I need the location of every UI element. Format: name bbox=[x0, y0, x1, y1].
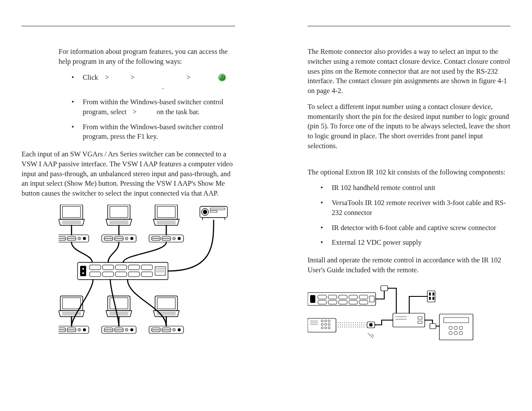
page-spread: For information about program features, … bbox=[0, 0, 532, 411]
taskbar-text-b: on the task bar. bbox=[157, 108, 200, 116]
path-terminator: . bbox=[162, 83, 164, 91]
gt-2: > bbox=[131, 73, 135, 81]
svg-rect-61 bbox=[439, 314, 473, 340]
svg-rect-56 bbox=[393, 313, 425, 327]
ir-list-item: IR 102 handheld remote control unit bbox=[320, 183, 510, 193]
ir-components-list: IR 102 handheld remote control unit Vers… bbox=[308, 183, 510, 248]
ir-list-item: IR detector with 6-foot cable and captiv… bbox=[320, 223, 510, 233]
svg-rect-87 bbox=[381, 286, 388, 291]
svg-rect-55 bbox=[432, 297, 434, 300]
svg-rect-52 bbox=[429, 293, 431, 296]
ir-list-item: External 12 VDC power supply bbox=[320, 238, 510, 248]
ir-intro-text: The optional Extron IR 102 kit consists … bbox=[308, 168, 510, 177]
page-rule bbox=[22, 26, 235, 26]
svg-rect-51 bbox=[427, 291, 435, 302]
vsw-paragraph: Each input of an SW VGArs / Ars Series s… bbox=[22, 149, 235, 199]
ir-outro-text: Install and operate the remote control i… bbox=[308, 255, 510, 275]
svg-rect-88 bbox=[430, 324, 436, 329]
svg-rect-54 bbox=[429, 297, 431, 300]
svg-rect-39 bbox=[310, 295, 315, 303]
input-select-paragraph: To select a different input number using… bbox=[308, 102, 510, 151]
right-page: The Remote connector also provides a way… bbox=[271, 0, 532, 411]
help-list-item-click-path: Click > > > . bbox=[72, 73, 235, 93]
gt-1: > bbox=[105, 73, 109, 81]
svg-rect-53 bbox=[432, 293, 434, 296]
help-icon bbox=[218, 74, 226, 81]
help-list-item-f1: From within the Windows-based switcher c… bbox=[72, 122, 235, 142]
help-intro-text: For information about program features, … bbox=[22, 47, 235, 67]
taskbar-text-a: From within the Windows-based switcher c… bbox=[83, 98, 224, 116]
gt-3: > bbox=[187, 73, 190, 81]
word-click: Click bbox=[83, 73, 98, 81]
help-list-item-taskbar: From within the Windows-based switcher c… bbox=[72, 97, 235, 117]
ir-list-item: VersaTools IR 102 remote receiver with 3… bbox=[320, 198, 510, 218]
help-access-list: Click > > > . From within the Windows-ba… bbox=[22, 73, 235, 142]
gt-4: > bbox=[133, 108, 137, 116]
diagram-svg bbox=[59, 205, 235, 342]
vsw-connection-diagram bbox=[59, 205, 235, 342]
diagram-svg bbox=[308, 283, 480, 352]
remote-connector-paragraph: The Remote connector also provides a way… bbox=[308, 47, 510, 96]
page-rule bbox=[308, 26, 510, 26]
left-page: For information about program features, … bbox=[0, 0, 271, 411]
svg-point-83 bbox=[369, 323, 373, 327]
ir-kit-diagram bbox=[308, 283, 480, 352]
